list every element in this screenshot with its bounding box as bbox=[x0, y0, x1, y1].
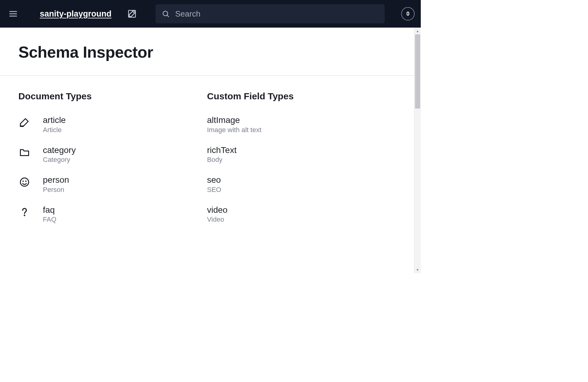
document-types-heading: Document Types bbox=[18, 91, 207, 101]
field-type-list: altImageImage with alt textrichTextBodys… bbox=[207, 115, 396, 223]
type-name: category bbox=[43, 145, 76, 155]
type-title: Video bbox=[207, 216, 228, 223]
question-icon bbox=[18, 206, 31, 218]
type-name: richText bbox=[207, 145, 236, 155]
type-text: articleArticle bbox=[43, 115, 66, 134]
compose-icon bbox=[127, 9, 137, 18]
type-text: seoSEO bbox=[207, 175, 221, 194]
type-text: videoVideo bbox=[207, 205, 228, 224]
scrollbar-track[interactable] bbox=[414, 34, 421, 266]
type-title: Image with alt text bbox=[207, 126, 261, 134]
divider bbox=[0, 75, 414, 76]
scroll-up-arrow-icon[interactable]: ▲ bbox=[414, 28, 421, 34]
field-type-item[interactable]: seoSEO bbox=[207, 175, 396, 194]
search-input[interactable] bbox=[175, 9, 379, 19]
document-types-column: Document Types articleArticle categoryCa… bbox=[18, 91, 207, 223]
type-text: personPerson bbox=[43, 175, 69, 194]
type-name: video bbox=[207, 205, 228, 215]
type-title: Person bbox=[43, 186, 69, 194]
hamburger-icon bbox=[9, 9, 18, 18]
folder-icon bbox=[18, 146, 31, 159]
document-type-item[interactable]: faqFAQ bbox=[18, 205, 207, 224]
field-type-item[interactable]: richTextBody bbox=[207, 145, 396, 164]
field-type-item[interactable]: videoVideo bbox=[207, 205, 396, 224]
main-scroll-area: Schema Inspector Document Types articleA… bbox=[0, 28, 421, 273]
type-name: altImage bbox=[207, 115, 261, 125]
type-title: Body bbox=[207, 156, 236, 164]
type-name: seo bbox=[207, 175, 221, 185]
notifications-badge[interactable]: 0 bbox=[401, 7, 415, 21]
svg-point-6 bbox=[21, 178, 29, 186]
type-text: altImageImage with alt text bbox=[207, 115, 261, 134]
document-type-item[interactable]: categoryCategory bbox=[18, 145, 207, 164]
scrollbar-thumb[interactable] bbox=[415, 34, 420, 109]
document-type-item[interactable]: personPerson bbox=[18, 175, 207, 194]
field-type-item[interactable]: altImageImage with alt text bbox=[207, 115, 396, 134]
top-bar: sanity-playground 0 bbox=[0, 0, 421, 28]
compose-icon bbox=[18, 116, 31, 128]
type-name: faq bbox=[43, 205, 56, 215]
svg-line-5 bbox=[167, 15, 169, 17]
svg-point-8 bbox=[26, 181, 26, 181]
type-title: FAQ bbox=[43, 216, 56, 223]
field-types-heading: Custom Field Types bbox=[207, 91, 396, 101]
page-title: Schema Inspector bbox=[18, 43, 396, 61]
svg-point-9 bbox=[24, 215, 25, 216]
content: Schema Inspector Document Types articleA… bbox=[0, 28, 414, 273]
type-title: Category bbox=[43, 156, 76, 164]
search-icon bbox=[162, 10, 170, 18]
scrollbar[interactable]: ▲ ▼ bbox=[414, 28, 421, 273]
type-text: richTextBody bbox=[207, 145, 236, 164]
smile-icon bbox=[18, 176, 31, 188]
search-field[interactable] bbox=[156, 4, 385, 23]
svg-point-7 bbox=[23, 181, 24, 181]
scroll-down-arrow-icon[interactable]: ▼ bbox=[414, 266, 421, 273]
document-type-item[interactable]: articleArticle bbox=[18, 115, 207, 134]
document-type-list: articleArticle categoryCategory personPe… bbox=[18, 115, 207, 223]
type-title: SEO bbox=[207, 186, 221, 194]
compose-button[interactable] bbox=[125, 7, 139, 21]
type-title: Article bbox=[43, 126, 66, 134]
type-text: faqFAQ bbox=[43, 205, 56, 224]
type-name: article bbox=[43, 115, 66, 125]
type-text: categoryCategory bbox=[43, 145, 76, 164]
field-types-column: Custom Field Types altImageImage with al… bbox=[207, 91, 396, 223]
workspace-link[interactable]: sanity-playground bbox=[40, 9, 111, 19]
type-name: person bbox=[43, 175, 69, 185]
menu-button[interactable] bbox=[6, 7, 20, 21]
